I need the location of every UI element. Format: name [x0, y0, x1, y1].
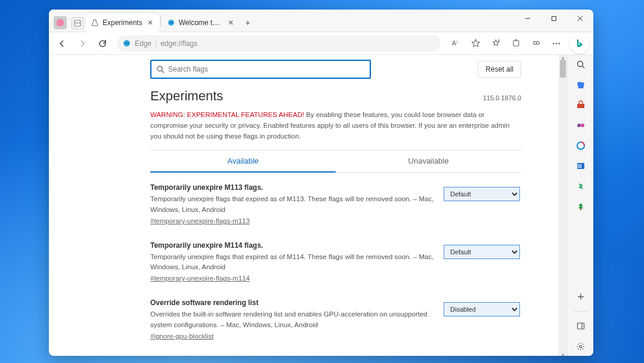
profile-button[interactable] [54, 16, 67, 29]
tab-available[interactable]: Available [150, 150, 336, 173]
flag-title: Temporarily unexpire M114 flags. [150, 241, 434, 250]
collections-button[interactable] [527, 35, 546, 53]
games-icon[interactable] [575, 119, 587, 131]
back-button[interactable] [52, 35, 72, 53]
new-tab-button[interactable]: + [240, 14, 256, 31]
tab-unavailable[interactable]: Unavailable [336, 150, 521, 172]
extensions-button[interactable] [506, 35, 525, 53]
svg-rect-4 [552, 17, 556, 21]
svg-rect-10 [513, 41, 519, 46]
forward-button[interactable] [73, 35, 92, 53]
flag-anchor-link[interactable]: #temporary-unexpire-flags-m114 [150, 275, 250, 282]
svg-point-12 [533, 42, 536, 45]
scrollbar-thumb[interactable] [560, 60, 566, 78]
bing-button[interactable] [569, 33, 590, 54]
flag-item: Override software rendering list Overrid… [150, 299, 521, 341]
search-icon [156, 65, 165, 73]
expand-sidebar-icon[interactable] [575, 320, 587, 332]
maximize-button[interactable] [541, 10, 567, 27]
flag-item: Temporarily unexpire M113 flags. Tempora… [150, 183, 521, 226]
menu-button[interactable]: ⋯ [547, 35, 566, 53]
flag-description: Overrides the built-in software renderin… [150, 309, 434, 330]
reset-all-button[interactable]: Reset all [478, 61, 521, 78]
minimize-button[interactable] [515, 10, 541, 27]
tab-title: Welcome to Microsoft Edge Can [179, 19, 223, 27]
add-icon[interactable] [575, 291, 587, 303]
office-icon[interactable] [575, 140, 587, 152]
flag-description: Temporarily unexpire flags that expired … [150, 252, 434, 273]
shopping-icon[interactable] [575, 79, 587, 91]
version-label: 115.0.1876.0 [483, 94, 521, 101]
svg-rect-28 [577, 323, 584, 329]
tools-icon[interactable] [575, 99, 587, 111]
address-brand: Edge [135, 39, 151, 48]
close-icon[interactable]: ✕ [227, 19, 235, 27]
search-input[interactable] [168, 65, 365, 73]
tab-welcome[interactable]: Welcome to Microsoft Edge Can ✕ [162, 13, 240, 32]
flag-dropdown[interactable]: Default [444, 187, 520, 201]
flags-list: Temporarily unexpire M113 flags. Tempora… [150, 183, 521, 356]
close-button[interactable] [567, 10, 593, 27]
edge-icon [123, 39, 131, 48]
svg-rect-25 [580, 208, 581, 210]
filter-tabs: Available Unavailable [150, 150, 521, 173]
star-button[interactable] [466, 35, 485, 53]
flag-description: Temporarily unexpire flags that expired … [150, 194, 434, 215]
favorites-button[interactable] [486, 35, 505, 53]
window-controls [515, 10, 593, 27]
workspaces-button[interactable] [72, 17, 83, 29]
close-icon[interactable]: ✕ [146, 19, 154, 27]
settings-icon[interactable] [575, 340, 587, 352]
svg-point-30 [580, 345, 582, 347]
browser-window: Experiments ✕ Welcome to Microsoft Edge … [49, 10, 593, 356]
scrollbar[interactable]: ▴ ▾ [559, 55, 567, 356]
svg-rect-19 [577, 104, 584, 108]
flask-icon [91, 19, 99, 27]
tab-strip: Experiments ✕ Welcome to Microsoft Edge … [49, 10, 256, 32]
svg-line-15 [162, 70, 164, 73]
svg-line-17 [582, 66, 584, 69]
flag-anchor-link[interactable]: #temporary-unexpire-flags-m113 [150, 217, 250, 224]
svg-point-14 [157, 66, 162, 71]
toolbar: Edge | edge://flags A⁾ ⋯ [49, 32, 593, 55]
drop-icon[interactable] [575, 180, 587, 192]
svg-point-16 [577, 61, 583, 67]
flag-title: Temporarily unexpire M113 flags. [150, 183, 434, 192]
read-aloud-button[interactable]: A⁾ [445, 35, 465, 53]
address-bar[interactable]: Edge | edge://flags [117, 35, 441, 52]
page-content: Reset all Experiments 115.0.1876.0 WARNI… [49, 55, 559, 356]
flag-dropdown[interactable]: Default [444, 245, 520, 259]
address-url: edge://flags [160, 39, 197, 48]
tree-icon[interactable] [575, 201, 587, 213]
tab-experiments[interactable]: Experiments ✕ [86, 13, 159, 32]
flag-item: Temporarily unexpire M114 flags. Tempora… [150, 241, 521, 284]
tab-title: Experiments [103, 19, 143, 27]
flag-dropdown[interactable]: Disabled [444, 302, 520, 316]
outlook-icon[interactable] [575, 160, 587, 172]
search-icon[interactable] [575, 59, 587, 70]
svg-point-20 [577, 124, 581, 127]
flag-title: Override software rendering list [150, 299, 434, 307]
svg-point-13 [536, 42, 539, 45]
svg-point-21 [581, 124, 584, 127]
flag-anchor-link[interactable]: #ignore-gpu-blocklist [150, 333, 213, 340]
content-area: Reset all Experiments 115.0.1876.0 WARNI… [49, 55, 593, 356]
refresh-button[interactable] [93, 35, 112, 53]
search-flags-box[interactable] [150, 60, 371, 79]
svg-rect-11 [515, 39, 517, 41]
edge-sidebar [567, 55, 593, 356]
warning-text: WARNING: EXPERIMENTAL FEATURES AHEAD! By… [150, 110, 521, 141]
page-title: Experiments [150, 88, 223, 104]
svg-rect-1 [75, 23, 80, 23]
edge-icon [167, 19, 175, 27]
titlebar: Experiments ✕ Welcome to Microsoft Edge … [49, 10, 593, 32]
